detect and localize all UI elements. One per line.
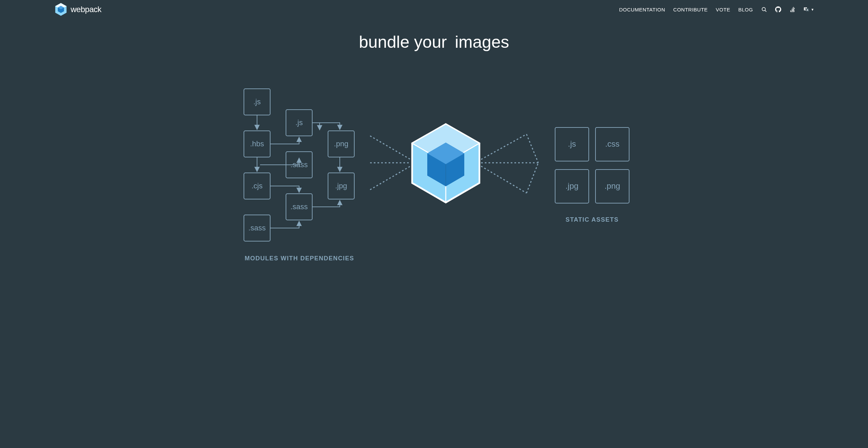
nav-documentation[interactable]: DOCUMENTATION	[619, 7, 665, 12]
chevron-down-icon: ▼	[811, 8, 814, 11]
hero-dynamic-word: images	[455, 33, 509, 52]
bundle-diagram: .js .js .hbs .png .sass .cjs .jpg .sass …	[0, 59, 868, 291]
logo-text: webpack	[71, 5, 101, 14]
output-box-js: .js	[568, 139, 576, 148]
dependency-arrows	[257, 115, 340, 228]
svg-line-28	[481, 134, 527, 159]
logo[interactable]: webpack	[54, 2, 101, 17]
nav-contribute[interactable]: CONTRIBUTE	[673, 7, 708, 12]
language-selector[interactable]: 文 A ▼	[803, 6, 814, 12]
module-box-sass-3: .sass	[248, 224, 266, 232]
svg-line-31	[527, 134, 538, 163]
svg-line-26	[370, 166, 410, 190]
svg-text:A: A	[807, 9, 808, 11]
svg-line-32	[527, 163, 538, 193]
module-box-cjs: .cjs	[252, 182, 263, 190]
nav-vote[interactable]: VOTE	[716, 7, 731, 12]
site-header: webpack DOCUMENTATION CONTRIBUTE VOTE BL…	[0, 0, 868, 19]
output-box-png: .png	[604, 181, 620, 190]
hero-title: bundle your images	[0, 32, 868, 52]
module-box-jpg: .jpg	[335, 182, 347, 190]
svg-line-29	[481, 166, 527, 193]
module-box-png: .png	[334, 139, 348, 148]
main-nav: DOCUMENTATION CONTRIBUTE VOTE BLOG 文 A	[619, 6, 814, 12]
module-box-hbs: .hbs	[250, 139, 264, 148]
modules-label: MODULES WITH DEPENDENCIES	[245, 255, 354, 262]
output-box-css: .css	[605, 139, 620, 148]
module-box-js-2: .js	[296, 118, 303, 127]
output-boxes: .js .css .jpg .png	[555, 127, 629, 203]
search-icon[interactable]	[761, 6, 767, 12]
hero-section: bundle your images	[0, 19, 868, 59]
webpack-logo-icon	[54, 2, 68, 17]
assets-label: STATIC ASSETS	[565, 216, 619, 223]
nav-blog[interactable]: BLOG	[738, 7, 753, 12]
module-box-js-1: .js	[253, 98, 261, 106]
svg-point-4	[762, 7, 765, 11]
svg-text:文: 文	[804, 7, 807, 10]
module-box-sass-2: .sass	[290, 202, 308, 211]
svg-line-5	[765, 10, 766, 11]
github-icon[interactable]	[775, 6, 781, 12]
webpack-cube-icon	[412, 124, 479, 202]
stackoverflow-icon[interactable]	[789, 6, 795, 12]
language-icon: 文 A	[803, 6, 809, 12]
output-box-jpg: .jpg	[565, 181, 579, 190]
svg-line-25	[370, 136, 410, 159]
hero-prefix: bundle your	[359, 33, 447, 52]
